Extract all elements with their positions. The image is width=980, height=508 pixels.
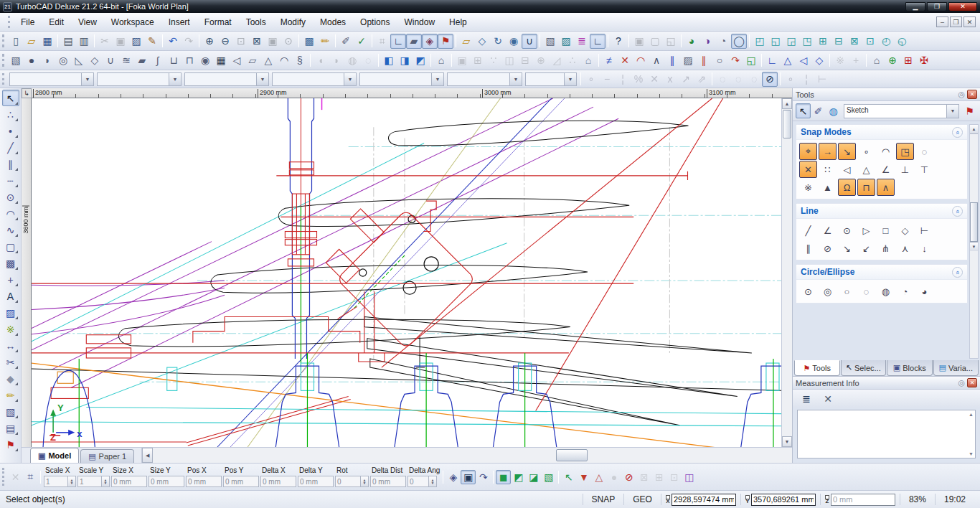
render-wireframe-icon[interactable]: ◯ [731,34,747,49]
snap-graphic-icon[interactable]: ◁ [838,161,856,178]
cad-canvas[interactable]: Y x Z [32,98,781,447]
render-quality-icon[interactable]: ◕ [684,34,699,49]
spinner[interactable]: ▲▼ [429,476,437,487]
shrink-extend-icon[interactable]: ▨ [680,53,696,68]
chamfer-tool-icon[interactable]: ∧ [649,53,664,68]
hemisphere-3d-icon[interactable]: ◗ [39,53,55,68]
view-wireframe-toggle-icon[interactable]: ∪ [522,34,537,49]
coord-z-input[interactable] [831,494,895,506]
paste-icon[interactable]: ▨ [128,34,144,49]
select-tool-icon[interactable]: ↖ [2,90,19,106]
collapse-chevron-icon[interactable]: « [952,127,963,138]
snap-tangent-icon[interactable]: ∠ [877,161,895,178]
combo-dropdown-icon[interactable]: ▼ [946,105,958,118]
symbol-tool-icon[interactable]: ✠ [916,53,932,68]
select-rect-tool-icon[interactable]: ▧ [2,403,19,420]
copy-entities-tool-icon[interactable]: ▤ [2,420,19,436]
rod-3d-icon[interactable]: ⊔ [166,53,182,68]
select-inside-icon[interactable]: ◼ [496,470,511,484]
redline-mode-icon[interactable]: ⚑ [438,34,453,49]
select-cursor-green-icon[interactable]: ↖ [561,470,576,484]
palette-scrollbar[interactable]: ▲▼ [969,124,979,359]
close-button[interactable]: ✕ [948,2,977,11]
edit-handle-curve-icon[interactable]: ↷ [476,470,491,484]
selector-3d-icon[interactable]: ◈ [422,34,438,49]
menu-workspace[interactable]: Workspace [104,15,161,29]
open-file-icon[interactable]: ▱ [24,34,39,49]
measurement-close-icon[interactable]: ✕ [967,378,977,387]
coord-y-input[interactable] [751,494,816,506]
select-by-workplane-icon[interactable]: ◩ [511,470,526,484]
align-copy-icon[interactable]: ⊕ [885,53,900,68]
snap-workplane-icon[interactable]: ◳ [896,143,914,160]
construction-line-tool-icon[interactable]: ┄ [2,172,19,189]
point-tool-icon[interactable]: ∴ [2,106,19,123]
pen-style-icon[interactable]: ✐ [338,34,354,49]
arc-30-icon[interactable]: ◠ [276,53,292,68]
menu-file[interactable]: File [14,15,42,29]
rotate-3d-view-icon[interactable]: ◇ [474,34,490,49]
line-bisect-angle-icon[interactable]: ⋔ [877,240,895,257]
solid-tool-icon[interactable]: ▩ [2,255,19,271]
snap-angle-icon[interactable]: ∧ [877,179,895,196]
no-snap-icon[interactable]: ⊘ [762,72,778,87]
move-vertex-icon[interactable]: ◇ [811,53,827,68]
field-input-pos-x[interactable] [186,476,222,487]
combo-dropdown-icon[interactable]: ▼ [81,73,93,85]
extract-part-icon[interactable]: ⊞ [900,53,916,68]
line-rotated-rectangle-icon[interactable]: ◇ [896,222,914,239]
vertical-ruler[interactable]: 3600 mm [22,98,32,447]
toolbar-grip[interactable] [2,54,4,67]
polygon-tool-icon[interactable]: ▢ [2,238,19,255]
trim-tool-icon[interactable]: ≠ [601,53,617,68]
spinner[interactable]: ▲▼ [102,476,110,487]
hscroll-thumb[interactable] [556,449,588,461]
palette-tab-blocks[interactable]: ▣Blocks [887,360,933,376]
zoom-extents-icon[interactable]: ⊠ [249,34,265,49]
line-multiline-icon[interactable]: ∠ [819,222,837,239]
rotated-entity-icon[interactable]: ◱ [743,53,759,68]
field-input-scale-y[interactable] [77,476,102,487]
edit-picture-icon[interactable]: ▨ [558,34,574,49]
property-combo-6[interactable]: ▼ [447,72,522,86]
combo-dropdown-icon[interactable]: ▼ [509,73,522,85]
snap-ruler-icon[interactable]: ⊓ [857,179,875,196]
zoom-in-icon[interactable]: ⊕ [202,34,217,49]
new-file-icon[interactable]: ▯ [8,34,24,49]
view-back-icon[interactable]: ◲ [783,34,799,49]
ruler-origin-icon[interactable]: ↳ [22,88,32,98]
line-tangent-to-arc-icon[interactable]: ⊘ [819,240,837,257]
toolbar-grip[interactable] [2,73,4,85]
restore-button[interactable]: ❐ [927,2,947,11]
snap-magnetic-icon[interactable]: Ω [838,179,856,196]
dot-tool-icon[interactable]: • [2,123,19,139]
property-combo-4[interactable]: ▼ [272,72,357,86]
workplane-axis-icon[interactable]: ∟ [590,34,606,49]
pin-icon[interactable]: ◎ [958,90,965,99]
arc-tool-icon[interactable]: ◠ [2,205,19,222]
spell-check-icon[interactable]: ✓ [354,34,369,49]
snap-nearest-on-graphic-icon[interactable]: ↘ [838,143,856,160]
brush-style-tool-icon[interactable]: ✏ [2,387,19,403]
cone-3d-icon[interactable]: ◺ [71,53,87,68]
pin-icon[interactable]: ◎ [958,378,965,387]
boolean-add-icon[interactable]: ◧ [381,53,397,68]
line-irregular-polygon-icon[interactable]: ▷ [857,222,875,239]
surface-tool-left-icon[interactable]: ◆ [2,370,19,387]
mesh-3d-icon[interactable]: ▦ [213,53,229,68]
facet-edit-icon[interactable]: ⌂ [433,53,449,68]
mdi-minimize-button[interactable]: – [936,17,948,27]
menu-modes[interactable]: Modes [313,15,353,29]
palette-tab-selec[interactable]: ↖Selec... [841,360,887,376]
flag-tool-icon[interactable]: ⚑ [2,436,19,453]
line-rectangle-icon[interactable]: □ [877,222,895,239]
measurement-list[interactable]: ▲▼ [797,410,976,458]
prism-3d-icon[interactable]: ◇ [87,53,103,68]
app-icon[interactable]: 21 [3,2,12,11]
fillet-tool-icon[interactable]: ◠ [633,53,649,68]
spline-tool-icon[interactable]: ∿ [2,222,19,238]
circle-tool-icon[interactable]: ⊙ [2,189,19,205]
circle-3-point-icon[interactable]: ◌ [857,283,875,300]
boolean-intersect-icon[interactable]: ◩ [413,53,428,68]
menu-tools[interactable]: Tools [239,15,273,29]
